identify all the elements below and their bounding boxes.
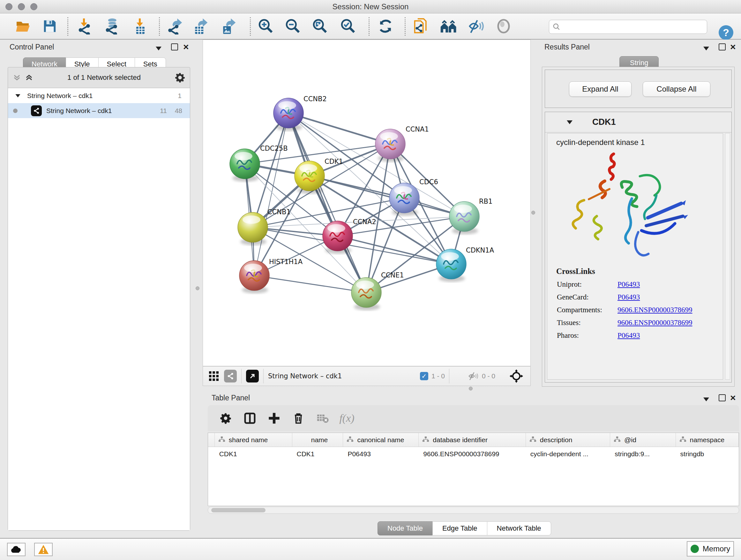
column-header-description[interactable]: description (526, 433, 610, 447)
network-node-CCNA2[interactable] (323, 221, 353, 254)
export-network-icon[interactable] (166, 17, 184, 35)
splitter-handle[interactable] (469, 387, 473, 390)
gear-icon[interactable] (175, 72, 185, 83)
results-panel-collapse-icon[interactable] (703, 47, 709, 51)
clone-network-icon[interactable] (412, 17, 430, 35)
table-cell[interactable]: CDK1 (292, 450, 343, 458)
table-cell[interactable]: 9606.ENSP00000378699 (419, 450, 526, 458)
table-cell[interactable]: stringdb (676, 450, 739, 458)
splitter-handle[interactable] (196, 287, 199, 290)
column-header-canonical-name[interactable]: canonical name (343, 433, 419, 447)
network-edge-CCNB2-CCNA1[interactable] (288, 113, 390, 144)
network-node-HIST1H1A[interactable] (239, 260, 269, 294)
network-node-CCNE1[interactable] (351, 277, 381, 310)
network-node-CCNB1[interactable] (238, 212, 268, 245)
vertical-splitter-left[interactable] (195, 40, 203, 538)
string-network-graph[interactable]: CCNB2CCNA1CDC25BCDK1CDC6RB1CCNB1CCNA2CDK… (203, 40, 530, 366)
crosslink-pharos[interactable]: P06493 (617, 331, 640, 340)
zoom-selected-icon[interactable] (339, 17, 357, 35)
search-input[interactable] (563, 23, 700, 30)
crosslink-genecard[interactable]: P06493 (617, 293, 640, 301)
network-node-CCNA1[interactable] (375, 129, 405, 162)
zoom-in-icon[interactable] (257, 17, 275, 35)
table-cell[interactable]: cyclin-dependent ... (526, 450, 610, 458)
column-header-database-identifier[interactable]: database identifier (419, 433, 526, 447)
network-node-CDKN1A[interactable] (436, 249, 466, 282)
export-image-icon[interactable] (219, 17, 238, 35)
warnings-button[interactable] (34, 543, 53, 556)
open-in-new-window-icon[interactable] (246, 370, 259, 382)
cloud-button[interactable] (7, 543, 25, 556)
expand-all-button[interactable]: Expand All (569, 81, 631, 97)
birds-eye-grid-icon[interactable] (208, 370, 219, 382)
help-icon[interactable]: ? (719, 25, 733, 40)
network-node-RB1[interactable] (449, 201, 479, 234)
network-overview-icon[interactable] (224, 370, 237, 382)
network-node-CDK1[interactable] (294, 161, 325, 194)
results-scrollbar[interactable] (725, 133, 730, 380)
control-panel-float-icon[interactable] (171, 44, 178, 51)
column-header-shared-name[interactable]: shared name (215, 433, 292, 447)
delete-column-icon[interactable] (286, 409, 311, 427)
refresh-icon[interactable] (377, 17, 394, 35)
tab-edge-table[interactable]: Edge Table (432, 521, 487, 536)
delete-table-icon[interactable] (311, 409, 335, 427)
export-table-icon[interactable] (192, 17, 209, 35)
network-node-CDC6[interactable] (389, 183, 419, 216)
table-cell[interactable]: P06493 (343, 450, 419, 458)
hide-glass-panels-icon[interactable] (467, 17, 485, 35)
table-panel-close-icon[interactable]: × (730, 392, 736, 403)
vertical-splitter-right[interactable] (531, 40, 538, 386)
column-header-namespace[interactable]: namespace (676, 433, 739, 447)
tab-node-table[interactable]: Node Table (378, 521, 433, 536)
crosslink-compartments[interactable]: 9606.ENSP00000378699 (617, 306, 692, 314)
fit-selected-crosshair-icon[interactable] (509, 369, 523, 383)
results-panel-close-icon[interactable]: × (730, 42, 736, 52)
create-column-icon[interactable] (262, 409, 286, 427)
expand-all-icon[interactable] (24, 73, 33, 82)
collapse-all-button[interactable]: Collapse All (643, 81, 711, 97)
function-builder-icon[interactable]: f(x) (335, 409, 359, 427)
crosslink-tissues[interactable]: 9606.ENSP00000378699 (617, 319, 692, 327)
table-panel-float-icon[interactable] (719, 394, 726, 401)
home-string-icon[interactable] (440, 17, 458, 35)
selected-count-checkbox[interactable]: ✓ (420, 372, 428, 380)
table-cell[interactable]: stringdb:9... (610, 450, 676, 458)
network-row[interactable]: String Network – cdk1 11 48 (8, 103, 190, 118)
column-header--id[interactable]: @id (610, 433, 676, 447)
show-glass-panels-icon[interactable] (495, 17, 513, 35)
control-panel-close-icon[interactable]: × (183, 42, 189, 52)
zoom-fit-icon[interactable] (311, 17, 329, 35)
crosslink-uniprot[interactable]: P06493 (617, 280, 640, 289)
import-table-file-icon[interactable] (131, 17, 149, 35)
table-cell[interactable]: CDK1 (215, 450, 292, 458)
table-gear-icon[interactable] (213, 409, 238, 427)
horizontal-splitter[interactable] (203, 386, 741, 391)
import-network-database-icon[interactable] (102, 17, 120, 35)
control-panel-collapse-icon[interactable] (156, 47, 161, 51)
collapse-all-icon[interactable] (12, 73, 21, 82)
network-node-CCNB2[interactable] (273, 98, 304, 131)
table-panel-collapse-icon[interactable] (703, 397, 709, 401)
show-columns-icon[interactable] (238, 409, 262, 427)
memory-button[interactable]: Memory (687, 541, 734, 557)
column-header-name[interactable]: name (292, 433, 343, 447)
save-session-icon[interactable] (41, 17, 59, 35)
toolbar-separator (159, 17, 160, 36)
network-node-CDC25B[interactable] (230, 149, 260, 182)
collection-expander-icon[interactable] (15, 94, 20, 97)
hidden-count-eye-slash-icon[interactable] (468, 371, 479, 381)
gene-section-expander-icon[interactable] (567, 120, 572, 124)
import-network-file-icon[interactable] (75, 17, 93, 35)
network-canvas[interactable]: CCNB2CCNA1CDC25BCDK1CDC6RB1CCNB1CCNA2CDK… (203, 40, 531, 366)
scrollbar-thumb[interactable] (211, 508, 266, 512)
results-panel-float-icon[interactable] (719, 44, 726, 51)
zoom-out-icon[interactable] (284, 17, 302, 35)
network-edge-CDK1-RB1[interactable] (310, 176, 464, 216)
network-edge-CCNE1-HIST1H1A[interactable] (254, 275, 366, 293)
tab-network-table[interactable]: Network Table (487, 521, 551, 536)
splitter-handle[interactable] (531, 211, 535, 214)
table-horizontal-scrollbar[interactable] (208, 507, 739, 514)
open-session-icon[interactable] (14, 17, 32, 35)
network-collection-row[interactable]: String Network – cdk1 1 (8, 88, 190, 103)
